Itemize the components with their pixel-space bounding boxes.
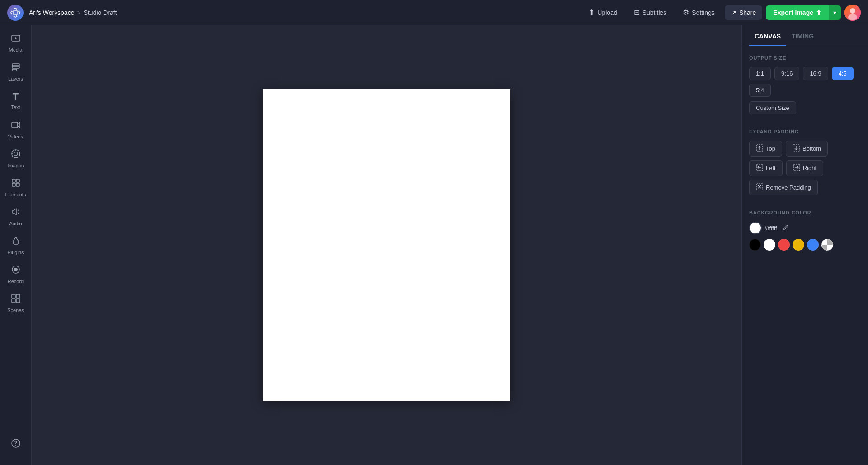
panel-tabs: CANVAS TIMING	[742, 25, 868, 46]
sidebar-item-images[interactable]: Images	[2, 145, 29, 172]
padding-right-icon	[793, 164, 800, 172]
svg-rect-7	[12, 64, 19, 66]
workspace-name[interactable]: Ari's Workspace	[29, 9, 74, 16]
tab-timing[interactable]: TIMING	[786, 25, 819, 46]
sidebar-item-elements[interactable]: Elements	[2, 174, 29, 201]
export-main-button[interactable]: Export Image ⬆	[766, 5, 829, 20]
swatch-white[interactable]	[764, 239, 775, 251]
svg-rect-19	[12, 183, 15, 186]
help-icon	[11, 438, 21, 451]
svg-point-22	[14, 268, 18, 271]
breadcrumb: Ari's Workspace > Studio Draft	[29, 9, 117, 16]
export-group: Export Image ⬆ ▾	[766, 5, 841, 20]
media-label: Media	[9, 47, 23, 52]
padding-left-label: Left	[766, 165, 776, 171]
svg-point-5	[848, 14, 857, 20]
svg-rect-23	[12, 294, 15, 298]
padding-right-button[interactable]: Right	[786, 160, 823, 176]
share-button[interactable]: ↗ Share	[725, 5, 762, 20]
padding-left-icon	[756, 164, 763, 172]
svg-point-1	[14, 8, 17, 17]
svg-rect-8	[12, 66, 19, 68]
size-4-5-button[interactable]: 4:5	[832, 67, 854, 80]
swatch-red[interactable]	[778, 239, 790, 251]
videos-label: Videos	[8, 134, 23, 139]
svg-point-12	[14, 152, 18, 156]
swatch-black[interactable]	[749, 239, 761, 251]
settings-button[interactable]: ⚙ Settings	[676, 5, 721, 20]
background-color-section: BACKGROUND COLOR #ffffff	[742, 201, 868, 256]
output-size-section: OUTPUT SIZE 1:1 9:16 16:9 4:5 5:4 Custom…	[742, 46, 868, 120]
left-sidebar: Media Layers T Text Videos	[0, 25, 32, 465]
swatch-yellow[interactable]	[793, 239, 804, 251]
elements-icon	[11, 178, 21, 190]
size-16-9-button[interactable]: 16:9	[803, 67, 828, 80]
plugins-label: Plugins	[7, 250, 24, 255]
size-1-1-button[interactable]: 1:1	[749, 67, 771, 80]
current-color-swatch[interactable]	[749, 222, 762, 234]
scenes-label: Scenes	[7, 308, 24, 313]
subtitles-button[interactable]: ⊟ Subtitles	[627, 5, 673, 20]
record-label: Record	[8, 279, 24, 284]
remove-padding-label: Remove Padding	[766, 184, 811, 191]
remove-padding-icon	[756, 183, 763, 192]
sidebar-item-record[interactable]: Record	[2, 261, 29, 288]
svg-point-0	[11, 8, 20, 17]
topbar-actions: ⬆ Upload ⊟ Subtitles ⚙ Settings ↗ Share …	[582, 5, 861, 21]
padding-buttons: Top Bottom	[749, 141, 861, 195]
remove-padding-button[interactable]: Remove Padding	[749, 180, 818, 195]
app-logo[interactable]	[7, 5, 24, 21]
scenes-icon	[11, 294, 21, 306]
record-icon	[11, 265, 21, 277]
sidebar-item-videos[interactable]: Videos	[2, 116, 29, 143]
images-label: Images	[7, 163, 24, 168]
export-dropdown-button[interactable]: ▾	[829, 5, 841, 20]
settings-label: Settings	[692, 9, 715, 16]
sidebar-item-text[interactable]: T Text	[2, 87, 29, 114]
expand-padding-title: EXPAND PADDING	[749, 129, 861, 134]
svg-point-28	[15, 445, 16, 446]
sidebar-item-layers[interactable]: Layers	[2, 58, 29, 85]
sidebar-item-scenes[interactable]: Scenes	[2, 289, 29, 317]
eyedropper-button[interactable]	[782, 223, 790, 233]
padding-bottom-button[interactable]: Bottom	[786, 141, 828, 157]
text-icon: T	[13, 91, 19, 103]
upload-button[interactable]: ⬆ Upload	[582, 5, 623, 20]
size-9-16-button[interactable]: 9:16	[774, 67, 799, 80]
plugins-icon	[11, 236, 21, 248]
draft-name[interactable]: Studio Draft	[84, 9, 117, 16]
canvas-area[interactable]	[32, 25, 741, 465]
swatch-blue[interactable]	[807, 239, 819, 251]
padding-left-button[interactable]: Left	[749, 160, 783, 176]
sidebar-item-help[interactable]	[2, 431, 29, 458]
user-avatar[interactable]	[844, 5, 861, 21]
topbar: Ari's Workspace > Studio Draft ⬆ Upload …	[0, 0, 868, 25]
audio-icon	[11, 207, 21, 219]
bg-color-row: #ffffff	[749, 222, 861, 251]
export-icon: ⬆	[816, 9, 821, 16]
upload-label: Upload	[597, 9, 617, 16]
elements-label: Elements	[5, 192, 26, 197]
padding-top-icon	[756, 144, 763, 153]
size-buttons: 1:1 9:16 16:9 4:5 5:4	[749, 67, 861, 97]
color-swatches	[749, 239, 833, 251]
size-5-4-button[interactable]: 5:4	[749, 84, 771, 97]
tab-canvas[interactable]: CANVAS	[749, 25, 786, 46]
videos-icon	[11, 120, 21, 132]
sidebar-item-plugins[interactable]: Plugins	[2, 232, 29, 259]
custom-size-button[interactable]: Custom Size	[749, 101, 796, 114]
svg-rect-20	[16, 183, 19, 186]
canvas-white-board	[263, 89, 510, 401]
padding-bottom-label: Bottom	[802, 145, 821, 152]
swatch-transparent[interactable]	[821, 239, 833, 251]
sidebar-item-media[interactable]: Media	[2, 29, 29, 56]
media-icon	[11, 33, 21, 45]
svg-rect-17	[12, 179, 15, 182]
padding-right-label: Right	[803, 165, 816, 171]
svg-point-2	[11, 11, 20, 14]
sidebar-bottom	[2, 431, 29, 461]
right-panel: CANVAS TIMING OUTPUT SIZE 1:1 9:16 16:9 …	[741, 25, 868, 465]
svg-point-4	[850, 8, 855, 14]
padding-top-button[interactable]: Top	[749, 141, 782, 157]
sidebar-item-audio[interactable]: Audio	[2, 203, 29, 230]
